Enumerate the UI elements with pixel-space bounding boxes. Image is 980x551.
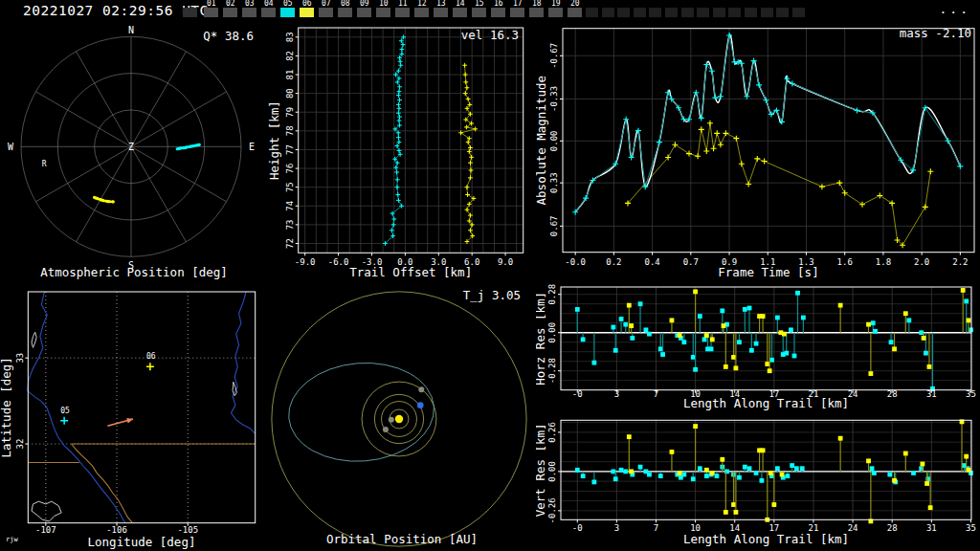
frame-thumbnail[interactable] <box>713 8 725 17</box>
frame-slot-02[interactable]: 02 <box>223 0 242 21</box>
y-tick-label: -0.28 <box>547 358 557 384</box>
river-pecos <box>232 292 256 433</box>
compass-north-label: N <box>128 25 134 35</box>
frame-thumbnail[interactable] <box>602 8 614 17</box>
frame-slot-06[interactable]: 06 <box>300 0 319 21</box>
frame-thumbnail[interactable] <box>697 8 709 17</box>
frame-slot-20[interactable]: 20 <box>568 0 587 21</box>
y-tick-label: 73 <box>285 219 295 230</box>
frame-thumbnail[interactable] <box>649 8 661 17</box>
frame-slot[interactable] <box>183 0 202 21</box>
frame-number: 10 <box>379 0 389 8</box>
frame-thumbnail[interactable] <box>261 8 276 17</box>
frame-thumbnail[interactable] <box>617 8 630 17</box>
frame-slot-04[interactable]: 04 <box>261 0 280 21</box>
frame-thumbnail[interactable] <box>510 8 524 17</box>
x-tick-label: 0.7 <box>683 257 699 267</box>
frame-thumbnail[interactable] <box>776 8 789 17</box>
trail-offset-plot: -9.0-6.0-3.00.03.06.09.07273747576777879… <box>268 24 536 282</box>
radiant-marker: R <box>42 160 47 168</box>
x-tick-label: 35 <box>966 389 976 399</box>
frame-thumbnail[interactable] <box>376 8 390 17</box>
frame-thumbnail[interactable] <box>634 8 646 17</box>
planet-earth <box>417 402 424 408</box>
x-axis-label: Trail Offset [km] <box>349 265 472 279</box>
y-tick-label: 33 <box>15 353 25 364</box>
x-tick-label: 31 <box>926 523 937 533</box>
frame-thumbnail[interactable] <box>568 8 582 17</box>
frame-slot-13[interactable]: 13 <box>434 0 453 21</box>
overflow-menu[interactable]: ... <box>940 2 970 16</box>
frame-slot-09[interactable]: 09 <box>357 0 376 21</box>
frame-thumbnail[interactable] <box>300 8 314 17</box>
frame-thumbnail[interactable] <box>792 8 805 17</box>
frame-slot-11[interactable]: 11 <box>395 0 414 21</box>
frame-thumbnail[interactable] <box>242 8 256 17</box>
frame-slot-17[interactable]: 17 <box>510 0 529 21</box>
x-tick-label: 1.8 <box>876 257 891 267</box>
horz_res-plot: -03710141721242831350.280.00-0.28Length … <box>536 284 976 410</box>
frame-thumbnail[interactable] <box>472 8 486 17</box>
frame-slot-15[interactable]: 15 <box>472 0 491 21</box>
station-label-06: 06 <box>146 352 156 361</box>
polar-spoke <box>77 146 132 242</box>
y-tick-label: 82 <box>285 51 295 61</box>
y-tick-label: 79 <box>285 107 295 118</box>
polar-spoke <box>131 146 187 242</box>
x-tick-label: -0 <box>572 389 583 399</box>
frame-thumbnail[interactable] <box>586 8 598 17</box>
frame-thumbnail[interactable] <box>529 8 544 17</box>
x-tick-label: 2.2 <box>952 257 968 267</box>
frame-slot-01[interactable]: 01 <box>204 0 223 21</box>
frame-thumbnail[interactable] <box>319 8 333 17</box>
y-tick-label: 0.26 <box>547 422 557 443</box>
frame-thumbnail[interactable] <box>745 8 757 17</box>
y-tick-label: -0.26 <box>547 497 557 523</box>
frame-thumbnail[interactable] <box>681 8 694 17</box>
frame-slot-05[interactable]: 05 <box>280 0 300 21</box>
frame-number: 16 <box>494 0 503 8</box>
frame-slot-03[interactable]: 03 <box>242 0 261 21</box>
x-tick-label: 2.0 <box>914 257 929 267</box>
frame-slot-16[interactable]: 16 <box>491 0 510 21</box>
frame-slot-strip: 0102030405060708091011121314151617181920 <box>0 0 980 24</box>
frame-thumbnail[interactable] <box>183 8 197 17</box>
frame-slot-18[interactable]: 18 <box>529 0 548 21</box>
y-axis-label: Absolute Magnitude <box>536 76 548 205</box>
y-tick-label: -0.33 <box>549 86 559 112</box>
frame-thumbnail[interactable] <box>204 8 218 17</box>
frame-thumbnail[interactable] <box>491 8 505 17</box>
frame-number: 19 <box>551 0 561 8</box>
frame-slot-07[interactable]: 07 <box>319 0 338 21</box>
frame-thumbnail[interactable] <box>434 8 448 17</box>
ground-track-map: 0506-107-106-1053233Longitude [deg]Latit… <box>0 282 268 551</box>
y-axis-label: Vert Res [km] <box>536 423 547 517</box>
frame-thumbnail[interactable] <box>357 8 371 17</box>
polar-spoke <box>131 52 187 147</box>
y-tick-label: 0.33 <box>549 172 559 193</box>
x-tick-label: 24 <box>848 389 858 399</box>
x-tick-label: 24 <box>848 523 858 533</box>
frame-slot-10[interactable]: 10 <box>376 0 395 21</box>
tisserand-annotation: T_j 3.05 <box>463 288 521 302</box>
frame-thumbnail[interactable] <box>761 8 773 17</box>
frame-thumbnail[interactable] <box>280 8 295 17</box>
frame-slot-19[interactable]: 19 <box>548 0 568 21</box>
terrain-southwest <box>32 501 61 521</box>
frame-thumbnail[interactable] <box>414 8 429 17</box>
frame-thumbnail[interactable] <box>548 8 563 17</box>
frame-slot[interactable] <box>792 0 812 21</box>
frame-thumbnail[interactable] <box>395 8 410 17</box>
x-tick-label: -106 <box>106 525 127 535</box>
frame-thumbnail[interactable] <box>665 8 678 17</box>
frame-thumbnail[interactable] <box>453 8 467 17</box>
meteor-orbit-ellipse <box>285 358 438 467</box>
frame-thumbnail[interactable] <box>728 8 741 17</box>
frame-number: 08 <box>341 0 350 8</box>
frame-slot-12[interactable]: 12 <box>414 0 434 21</box>
compass-east-label: E <box>249 142 255 152</box>
frame-thumbnail[interactable] <box>223 8 237 17</box>
frame-thumbnail[interactable] <box>338 8 352 17</box>
frame-slot-08[interactable]: 08 <box>338 0 357 21</box>
frame-slot-14[interactable]: 14 <box>453 0 472 21</box>
